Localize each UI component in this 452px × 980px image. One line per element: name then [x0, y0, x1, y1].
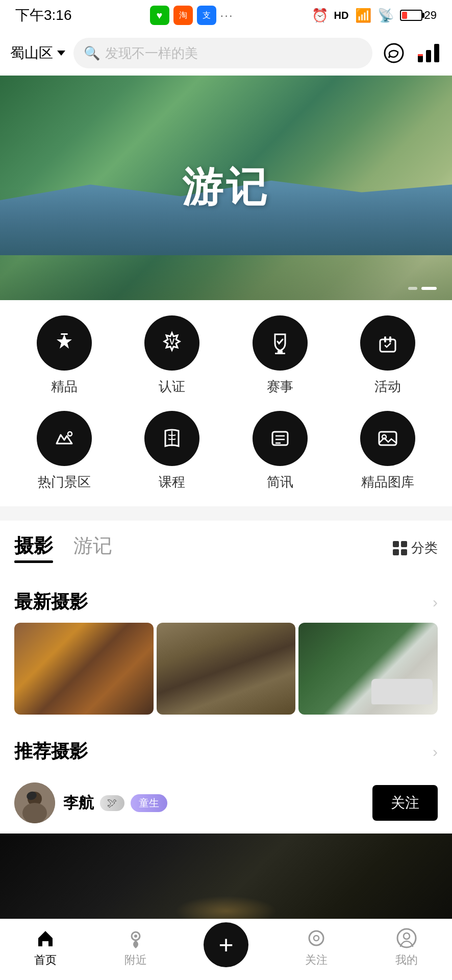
car-shape: [371, 679, 433, 704]
nav-item-nearby[interactable]: 附近: [90, 927, 181, 968]
category-label-jingpin: 精品: [51, 378, 78, 396]
wechat-icon: ♥: [150, 6, 169, 25]
nav-item-home[interactable]: 首页: [0, 927, 90, 968]
category-label-huodong: 活动: [374, 378, 401, 396]
nav-label-follow: 关注: [305, 952, 328, 968]
user-avatar[interactable]: [14, 782, 55, 823]
taobao-icon: 淘: [173, 6, 193, 25]
svg-point-21: [22, 803, 47, 823]
search-placeholder: 发现不一样的美: [105, 44, 198, 62]
status-notification-icons: ♥ 淘 支 ···: [150, 6, 234, 25]
category-item-gallery[interactable]: 精品图库: [347, 411, 429, 491]
status-right-icons: ⏰ HD 📶 📡 29: [312, 8, 437, 23]
category-label-saishi: 赛事: [267, 378, 293, 396]
grid-icon: [393, 541, 407, 555]
battery: 29: [400, 9, 437, 22]
category-icon-jingpin: [37, 315, 92, 371]
svg-rect-4: [418, 54, 423, 56]
category-item-renzheng[interactable]: V 认证: [131, 315, 213, 396]
category-item-huodong[interactable]: 活动: [347, 315, 429, 396]
latest-photos-title: 最新摄影: [14, 590, 88, 615]
category-item-saishi[interactable]: 赛事: [239, 315, 321, 396]
photos-row: [0, 623, 452, 727]
category-label-kecheng: 课程: [159, 473, 185, 491]
svg-rect-8: [275, 353, 285, 354]
category-icon-renzheng: V: [144, 315, 199, 371]
category-item-jiaxun[interactable]: 简讯: [239, 411, 321, 491]
message-button[interactable]: [381, 40, 407, 66]
follow-icon: [305, 927, 328, 949]
tabs-header: 摄影 游记 分类: [14, 533, 438, 563]
recommend-photos-arrow[interactable]: ›: [433, 743, 438, 761]
chevron-down-icon: [57, 51, 65, 56]
user-name: 李航: [63, 793, 94, 814]
svg-rect-3: [434, 44, 439, 62]
nav-item-profile[interactable]: 我的: [362, 927, 452, 968]
tab-travel-notes[interactable]: 游记: [73, 533, 112, 563]
svg-point-12: [68, 432, 72, 436]
battery-level: 29: [424, 9, 437, 22]
content-tabs: 摄影 游记 分类: [0, 521, 452, 577]
photo-thumb-1[interactable]: [14, 623, 154, 715]
category-label-gallery: 精品图库: [361, 473, 414, 491]
nav-actions: [381, 40, 442, 66]
user-badge-tag: 童生: [131, 794, 167, 812]
home-icon: [34, 927, 57, 949]
divider-1: [0, 506, 452, 512]
tab-photography[interactable]: 摄影: [14, 533, 53, 563]
more-dots: ···: [220, 8, 234, 22]
latest-photos-arrow[interactable]: ›: [433, 594, 438, 611]
avatar-image: [14, 782, 55, 823]
category-section: 精品 V 认证 赛事: [0, 300, 452, 506]
location-button[interactable]: 蜀山区: [10, 43, 65, 63]
svg-point-26: [314, 936, 319, 941]
category-label-jiaxun: 简讯: [267, 473, 293, 491]
user-card: 李航 🕊 童生 关注: [0, 772, 452, 834]
recommend-photos-header: 推荐摄影 ›: [0, 727, 452, 772]
category-icon-gallery: [360, 411, 415, 466]
alarm-icon: ⏰: [312, 8, 328, 23]
svg-point-25: [309, 931, 323, 945]
hero-banner[interactable]: 游记: [0, 76, 452, 300]
profile-icon: [395, 927, 418, 949]
follow-button[interactable]: 关注: [372, 785, 438, 821]
add-button[interactable]: +: [204, 922, 248, 967]
category-item-jingpin[interactable]: 精品: [23, 315, 105, 396]
classify-label: 分类: [411, 539, 438, 557]
photo-thumb-3[interactable]: [298, 623, 438, 715]
banner-dots: [408, 287, 437, 290]
nav-bar: 蜀山区 🔍 发现不一样的美: [0, 31, 452, 76]
search-bar[interactable]: 🔍 发现不一样的美: [73, 38, 372, 68]
svg-point-24: [134, 935, 137, 938]
tabs-left: 摄影 游记: [14, 533, 112, 563]
user-info: 李航 🕊 童生: [63, 793, 372, 814]
latest-photos-header: 最新摄影 ›: [0, 577, 452, 623]
user-badge: 🕊: [100, 795, 124, 811]
nav-item-add[interactable]: +: [181, 922, 271, 972]
message-icon: [383, 42, 405, 64]
dot-2: [421, 287, 437, 290]
hd-icon: HD: [334, 10, 349, 21]
status-bar: 下午3:16 ♥ 淘 支 ··· ⏰ HD 📶 📡 29: [0, 0, 452, 31]
banner-title: 游记: [182, 160, 270, 215]
svg-rect-2: [426, 50, 431, 62]
svg-rect-17: [379, 432, 396, 445]
stats-button[interactable]: [415, 40, 442, 66]
location-icon: [124, 927, 147, 949]
svg-point-0: [385, 44, 403, 62]
plus-icon: +: [218, 930, 233, 960]
signal-icon: 📶: [355, 8, 371, 23]
nav-item-follow[interactable]: 关注: [271, 927, 362, 968]
category-icon-hotspot: [37, 411, 92, 466]
photo-thumb-2[interactable]: [157, 623, 296, 715]
classify-button[interactable]: 分类: [393, 539, 438, 557]
category-item-kecheng[interactable]: 课程: [131, 411, 213, 491]
svg-rect-5: [61, 333, 68, 335]
nav-label-nearby: 附近: [124, 952, 147, 968]
nav-label-profile: 我的: [395, 952, 418, 968]
category-icon-kecheng: [144, 411, 199, 466]
search-icon: 🔍: [84, 45, 100, 61]
category-item-hotspot[interactable]: 热门景区: [23, 411, 105, 491]
svg-rect-10: [384, 336, 386, 342]
alipay-icon: 支: [197, 6, 216, 25]
